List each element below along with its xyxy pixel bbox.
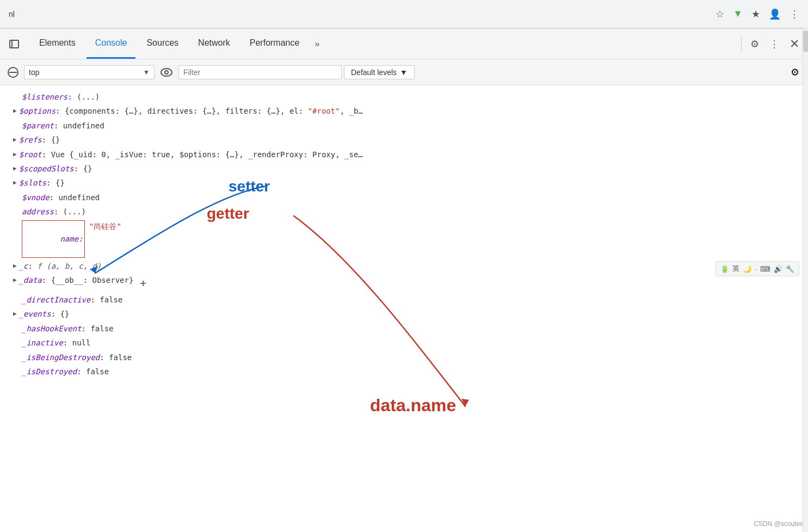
console-line: _isBeingDestroyed: false [0,350,808,364]
console-line: _inactive: null [0,336,808,350]
context-arrow-icon: ▼ [143,69,150,76]
levels-label: Default levels [351,68,397,77]
devtools-panel: Elements Console Sources Network Perform… [0,28,808,532]
tab-sources[interactable]: Sources [138,29,187,59]
browser-tab-text: nl [9,10,15,18]
expand-icon[interactable]: ▶ [13,106,17,116]
name-key-box: name: [22,220,85,258]
data-name-label: data.name [370,395,456,416]
devtools-close-button[interactable]: ✕ [785,35,804,53]
console-line: address: (...) [0,205,808,219]
tab-divider [741,36,742,52]
profile-icon[interactable]: 👤 [769,8,781,20]
console-line: $parent: undefined [0,119,808,133]
svg-point-3 [161,69,172,76]
console-line[interactable]: ▶ $refs: {} [0,133,808,147]
devtools-dots-button[interactable]: ⋮ [766,35,783,53]
tray-icon-dot: · [755,265,757,273]
tray-icon-keyboard: ⌨ [760,265,770,273]
devtools-tabs-bar: Elements Console Sources Network Perform… [0,29,808,59]
console-line: $listeners: (...) [0,90,808,104]
console-line: _hasHookEvent: false [0,321,808,336]
live-expressions-button[interactable] [157,63,176,82]
tray-icon-lang: 英 [732,264,739,274]
expand-icon[interactable]: ▶ [13,261,17,271]
console-toolbar: top ▼ Default levels ▼ ⚙ [0,59,808,85]
tray-icon-power: 🔋 [720,265,729,273]
console-line: _isDestroyed: false [0,364,808,379]
levels-arrow-icon: ▼ [400,68,408,77]
star-icon[interactable]: ☆ [716,8,724,20]
menu-icon[interactable]: ⋮ [790,8,799,20]
filter-input[interactable] [178,65,342,79]
expand-icon[interactable]: ▶ [13,135,17,145]
console-line[interactable]: ▶ _c: f (a, b, c, d) [0,259,808,273]
add-property-button[interactable]: + [140,274,146,292]
tab-console[interactable]: Console [87,29,136,59]
tab-more[interactable]: » [310,36,324,52]
tab-performance[interactable]: Performance [241,29,309,59]
browser-icons: ☆ ▼ ★ 👤 ⋮ [716,8,799,20]
svg-marker-6 [461,399,469,406]
console-line-name: name: "尚硅谷" [0,219,808,259]
expand-icon[interactable]: ▶ [13,275,17,285]
devtools-panel-icon[interactable] [4,34,24,54]
console-line[interactable]: ▶ $root: Vue {_uid: 0, _isVue: true, $op… [0,147,808,162]
browser-top-bar: nl ☆ ▼ ★ 👤 ⋮ [0,0,808,28]
console-output[interactable]: $listeners: (...) ▶ $options: {component… [0,85,808,532]
context-label: top [29,68,39,77]
context-selector[interactable]: top ▼ [24,65,155,79]
expand-icon[interactable]: ▶ [13,164,17,174]
console-line[interactable]: ▶ $scopedSlots: {} [0,162,808,176]
tray-icon-wrench: 🔧 [786,265,794,273]
extensions-icon[interactable]: ★ [751,8,760,20]
system-tray: 🔋 英 🌙 · ⌨ 🔊 🔧 [716,261,799,276]
svg-point-4 [165,71,168,74]
console-line[interactable]: ▶ _events: {} [0,307,808,321]
tray-icon-sound: 🔊 [774,265,782,273]
console-line[interactable]: ▶ $options: {components: {…}, directives… [0,104,808,118]
csdn-watermark: CSDN @scoutee [754,520,804,528]
expand-icon[interactable]: ▶ [13,150,17,159]
tab-network[interactable]: Network [189,29,239,59]
tab-elements[interactable]: Elements [30,29,84,59]
expand-icon[interactable]: ▶ [13,178,17,188]
tray-icon-moon: 🌙 [743,265,751,273]
scrollbar-track[interactable] [803,28,808,532]
log-levels-selector[interactable]: Default levels ▼ [344,65,415,79]
console-line[interactable]: ▶ _data: {__ob__: Observer} + [0,273,808,293]
console-line[interactable]: ▶ $slots: {} [0,176,808,190]
devtools-gear-button[interactable]: ⚙ [746,35,763,53]
console-settings-button[interactable]: ⚙ [786,64,804,81]
clear-console-button[interactable] [4,64,22,81]
expand-icon[interactable]: ▶ [13,309,17,319]
vue-icon[interactable]: ▼ [733,8,743,20]
svg-rect-0 [10,40,18,48]
console-line: $vnode: undefined [0,190,808,205]
scrollbar-thumb[interactable] [803,30,808,52]
console-line: _directInactive: false [0,293,808,307]
